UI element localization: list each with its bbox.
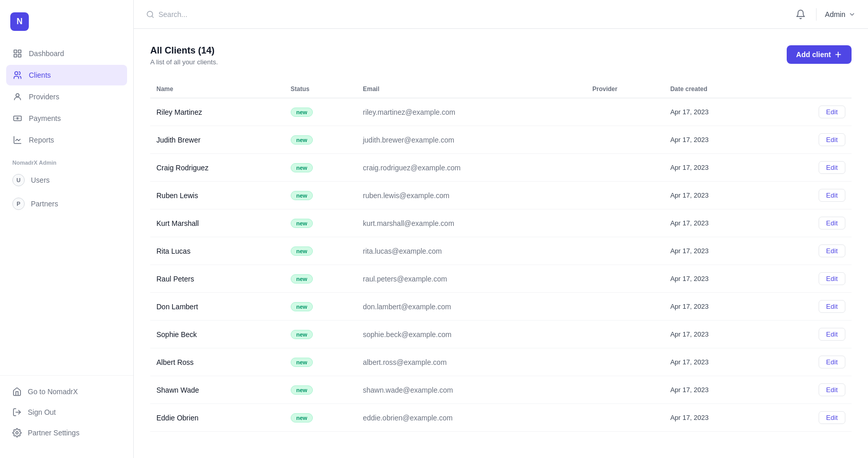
topbar: Admin [134,0,868,29]
sidebar-item-partner-settings[interactable]: Partner Settings [6,423,127,443]
cell-date: Apr 17, 2023 [664,348,770,376]
status-badge: new [291,385,313,395]
table-row: Kurt Marshall new kurt.marshall@example.… [150,209,852,237]
admin-menu-button[interactable]: Admin [825,10,856,19]
cell-status: new [285,154,357,182]
cell-edit: Edit [770,348,852,376]
cell-name: Sophie Beck [150,321,285,348]
cell-status: new [285,321,357,348]
svg-point-5 [16,94,19,97]
status-badge: new [291,108,313,117]
sidebar-item-clients[interactable]: Clients [6,65,127,85]
sidebar-item-label-clients: Clients [29,71,51,79]
status-badge: new [291,330,313,339]
edit-button[interactable]: Edit [819,411,845,424]
status-badge: new [291,246,313,256]
col-name: Name [150,80,285,98]
edit-button[interactable]: Edit [819,244,845,257]
clients-table: Name Status Email Provider Date created … [150,80,852,432]
cell-edit: Edit [770,265,852,293]
cell-provider [586,321,664,348]
cell-provider [586,265,664,293]
sidebar-item-partners[interactable]: P Partners [6,192,127,215]
edit-button[interactable]: Edit [819,133,845,146]
cell-date: Apr 17, 2023 [664,209,770,237]
cell-name: Raul Peters [150,265,285,293]
table-row: Albert Ross new albert.ross@example.com … [150,348,852,376]
cell-email: eddie.obrien@example.com [357,404,586,432]
svg-rect-0 [14,50,16,52]
cell-edit: Edit [770,404,852,432]
add-client-label: Add client [796,50,831,59]
cell-edit: Edit [770,182,852,209]
cell-provider [586,182,664,209]
sidebar-bottom: Go to NomadrX Sign Out Partner Settings [0,375,133,450]
sidebar-nav: Dashboard Clients Providers [0,43,133,375]
sidebar-item-payments[interactable]: Payments [6,108,127,129]
users-avatar: U [12,174,25,186]
cell-date: Apr 17, 2023 [664,237,770,265]
cell-status: new [285,126,357,154]
table-row: Don Lambert new don.lambert@example.com … [150,293,852,321]
table-row: Craig Rodriguez new craig.rodriguez@exam… [150,154,852,182]
sidebar-item-dashboard[interactable]: Dashboard [6,43,127,64]
cell-edit: Edit [770,293,852,321]
cell-date: Apr 17, 2023 [664,265,770,293]
cell-provider [586,209,664,237]
logo-avatar: N [10,12,29,31]
edit-button[interactable]: Edit [819,189,845,202]
edit-button[interactable]: Edit [819,161,845,174]
search-input[interactable] [158,10,261,19]
cell-status: new [285,209,357,237]
cell-status: new [285,293,357,321]
sidebar-item-label-users: Users [31,176,50,184]
svg-point-9 [16,432,19,434]
table-row: Riley Martinez new riley.martinez@exampl… [150,98,852,126]
table-row: Sophie Beck new sophie.beck@example.com … [150,321,852,348]
cell-name: Riley Martinez [150,98,285,126]
status-badge: new [291,358,313,367]
cell-date: Apr 17, 2023 [664,126,770,154]
cell-date: Apr 17, 2023 [664,321,770,348]
cell-email: sophie.beck@example.com [357,321,586,348]
sidebar-item-providers[interactable]: Providers [6,86,127,107]
cell-provider [586,293,664,321]
partner-settings-icon [12,428,22,437]
reports-icon [12,135,23,145]
notifications-button[interactable] [793,7,808,22]
edit-button[interactable]: Edit [819,383,845,396]
table-row: Judith Brewer new judith.brewer@example.… [150,126,852,154]
edit-button[interactable]: Edit [819,328,845,341]
page-header-text: All Clients (14) A list of all your clie… [150,45,218,66]
edit-button[interactable]: Edit [819,300,845,313]
table-row: Raul Peters new raul.peters@example.com … [150,265,852,293]
edit-button[interactable]: Edit [819,217,845,230]
topbar-right: Admin [793,7,856,22]
sidebar-item-users[interactable]: U Users [6,169,127,191]
edit-button[interactable]: Edit [819,272,845,285]
cell-email: kurt.marshall@example.com [357,209,586,237]
cell-name: Rita Lucas [150,237,285,265]
edit-button[interactable]: Edit [819,105,845,118]
cell-provider [586,154,664,182]
cell-name: Eddie Obrien [150,404,285,432]
sidebar-item-sign-out[interactable]: Sign Out [6,402,127,422]
cell-date: Apr 17, 2023 [664,98,770,126]
cell-provider [586,348,664,376]
sidebar-item-reports[interactable]: Reports [6,130,127,150]
edit-button[interactable]: Edit [819,356,845,368]
cell-date: Apr 17, 2023 [664,154,770,182]
cell-edit: Edit [770,209,852,237]
page-subtitle: A list of all your clients. [150,58,218,66]
cell-status: new [285,376,357,404]
sidebar: N Dashboard Clients [0,0,134,458]
admin-label: Admin [825,10,845,19]
table-row: Shawn Wade new shawn.wade@example.com Ap… [150,376,852,404]
cell-email: judith.brewer@example.com [357,126,586,154]
partners-avatar: P [12,198,25,210]
clients-table-wrap: Name Status Email Provider Date created … [150,80,852,432]
add-client-button[interactable]: Add client [787,45,852,64]
col-status: Status [285,80,357,98]
cell-email: shawn.wade@example.com [357,376,586,404]
sidebar-item-go-to-nomadrx[interactable]: Go to NomadrX [6,382,127,401]
